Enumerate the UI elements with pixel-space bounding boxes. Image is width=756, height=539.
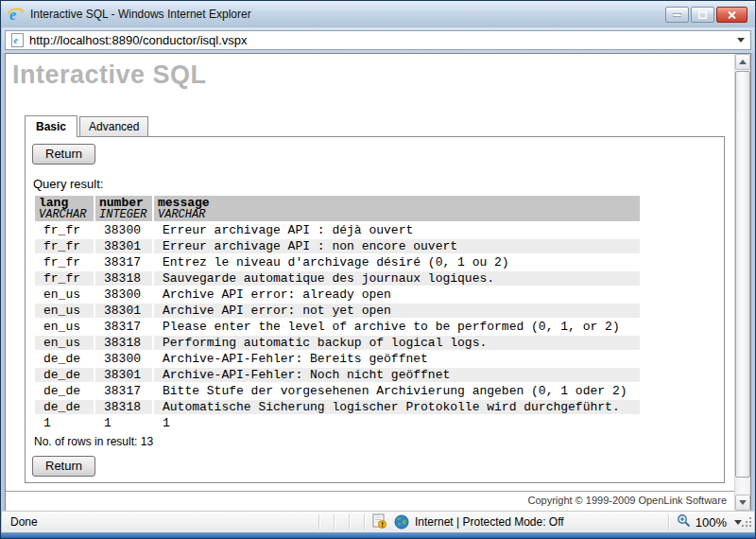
table-cell: Bitte Stufe der vorgesehenen Archivierun…: [154, 384, 640, 398]
tab-strip: Basic Advanced: [25, 115, 734, 136]
table-cell: Archive-API-Fehler: Noch nicht geöffnet: [154, 368, 640, 382]
table-cell: Erreur archivage API : déjà ouvert: [154, 223, 640, 237]
arrow-down-icon: [739, 500, 747, 505]
table-cell: 38317: [95, 255, 152, 270]
header-row: langVARCHARnumberINTEGERmessageVARCHAR: [35, 196, 640, 221]
title-bar: e Interactive SQL - Windows Internet Exp…: [1, 1, 755, 27]
page-title: Interactive SQL: [12, 61, 734, 90]
table-cell: 38317: [95, 320, 152, 334]
zone-text: Internet | Protected Mode: Off: [415, 515, 564, 529]
table-cell: fr_fr: [35, 271, 94, 286]
table-cell: 38317: [95, 384, 152, 398]
window-bottom-border: [1, 532, 755, 538]
arrow-up-icon: [739, 60, 747, 64]
column-header-message: messageVARCHAR: [154, 196, 640, 221]
status-text: Done: [5, 515, 312, 529]
table-cell: 38300: [95, 287, 152, 302]
return-button-bottom[interactable]: Return: [32, 456, 95, 477]
table-cell: Performing automatic backup of logical l…: [154, 336, 640, 350]
tab-advanced[interactable]: Advanced: [79, 116, 148, 136]
window-title: Interactive SQL - Windows Internet Explo…: [30, 8, 251, 21]
table-row: en_us38318Performing automatic backup of…: [35, 336, 640, 350]
table-row: de_de38300Archive-API-Fehler: Bereits ge…: [35, 352, 640, 366]
status-separator: [318, 514, 320, 530]
status-separator: [349, 514, 351, 530]
table-cell: 38318: [95, 400, 152, 414]
zoom-control[interactable]: 100%: [677, 513, 742, 531]
table-cell: 1: [154, 416, 640, 430]
page-content: Interactive SQL Basic Advanced Return Qu…: [6, 54, 734, 511]
tab-basic[interactable]: Basic: [25, 115, 77, 137]
table-cell: Automatische Sicherung logischer Protoko…: [154, 400, 640, 414]
page-footer: Copyright © 1999-2009 OpenLink Software: [6, 491, 734, 511]
table-cell: Archive API error: already open: [154, 287, 640, 302]
page-alert-icon[interactable]: [372, 513, 387, 531]
window-controls: [663, 7, 747, 23]
table-row: fr_fr38318Sauvegarde automatique des jou…: [35, 271, 640, 286]
scroll-up-button[interactable]: [735, 54, 750, 70]
table-cell: de_de: [35, 400, 94, 414]
resize-grip[interactable]: [741, 516, 753, 531]
table-cell: de_de: [35, 352, 94, 366]
scroll-down-button[interactable]: [735, 495, 750, 511]
table-cell: Entrez le niveau d'archivage désiré (0, …: [154, 255, 640, 270]
column-header-number: numberINTEGER: [95, 196, 152, 221]
table-cell: Erreur archivage API : non encore ouvert: [154, 239, 640, 253]
return-button-top[interactable]: Return: [32, 144, 95, 165]
table-row: de_de38301Archive-API-Fehler: Noch nicht…: [35, 368, 640, 382]
table-row: en_us38317Please enter the level of arch…: [35, 320, 640, 334]
status-bar: Done Internet | Protecte: [2, 511, 754, 532]
page-viewport: Interactive SQL Basic Advanced Return Qu…: [5, 53, 751, 512]
table-cell: 38318: [95, 271, 152, 286]
minimize-button[interactable]: [665, 7, 689, 23]
table-row: fr_fr38300Erreur archivage API : déjà ou…: [35, 223, 640, 237]
scrollbar-thumb[interactable]: [735, 71, 750, 478]
query-result-label: Query result:: [33, 177, 718, 191]
table-cell: en_us: [35, 336, 94, 350]
table-cell: Archive API error: not yet open: [154, 304, 640, 318]
table-cell: 38318: [95, 336, 152, 350]
maximize-button[interactable]: [691, 7, 714, 23]
internet-zone-icon: [394, 514, 409, 530]
table-cell: en_us: [35, 287, 94, 302]
table-cell: 38301: [95, 368, 152, 382]
table-row: de_de38318Automatische Sicherung logisch…: [35, 400, 640, 414]
zoom-level: 100%: [696, 515, 727, 530]
table-cell: fr_fr: [35, 239, 94, 253]
address-dropdown-icon[interactable]: [737, 38, 745, 43]
table-cell: 38301: [95, 304, 152, 318]
table-cell: 1: [35, 416, 94, 430]
address-bar: e http://localhost:8890/conductor/isql.v…: [2, 27, 754, 53]
magnifier-icon: [677, 513, 692, 531]
svg-text:e: e: [14, 35, 19, 45]
ie-logo-icon: e: [9, 7, 25, 23]
close-button[interactable]: [716, 7, 747, 23]
result-table-head: langVARCHARnumberINTEGERmessageVARCHAR: [35, 196, 640, 221]
browser-window: e Interactive SQL - Windows Internet Exp…: [0, 0, 756, 539]
table-cell: fr_fr: [35, 255, 94, 270]
status-separator: [364, 514, 366, 530]
table-cell: 38300: [95, 223, 152, 237]
table-cell: Please enter the level of archive to be …: [154, 320, 640, 334]
result-table: langVARCHARnumberINTEGERmessageVARCHAR f…: [33, 194, 642, 432]
column-header-lang: langVARCHAR: [35, 196, 94, 221]
table-cell: Sauvegarde automatique des journaux logi…: [154, 271, 640, 286]
table-cell: en_us: [35, 320, 94, 334]
table-row: en_us38300Archive API error: already ope…: [35, 287, 640, 302]
copyright-text: Copyright © 1999-2009 OpenLink Software: [527, 495, 727, 506]
table-cell: en_us: [35, 304, 94, 318]
table-row: fr_fr38317Entrez le niveau d'archivage d…: [35, 255, 640, 270]
vertical-scrollbar[interactable]: [734, 54, 750, 511]
table-cell: 1: [95, 416, 152, 430]
basic-tab-panel: Return Query result: langVARCHARnumberIN…: [25, 136, 725, 483]
status-separator: [668, 514, 670, 530]
table-cell: Archive-API-Fehler: Bereits geöffnet: [154, 352, 640, 366]
table-row: fr_fr38301Erreur archivage API : non enc…: [35, 239, 640, 253]
table-cell: de_de: [35, 384, 94, 398]
status-separator: [334, 514, 335, 530]
address-input[interactable]: http://localhost:8890/conductor/isql.vsp…: [29, 33, 737, 47]
page-favicon-icon: e: [11, 33, 24, 47]
table-cell: de_de: [35, 368, 94, 382]
table-cell: 38301: [95, 239, 152, 253]
address-box[interactable]: e http://localhost:8890/conductor/isql.v…: [5, 30, 751, 50]
